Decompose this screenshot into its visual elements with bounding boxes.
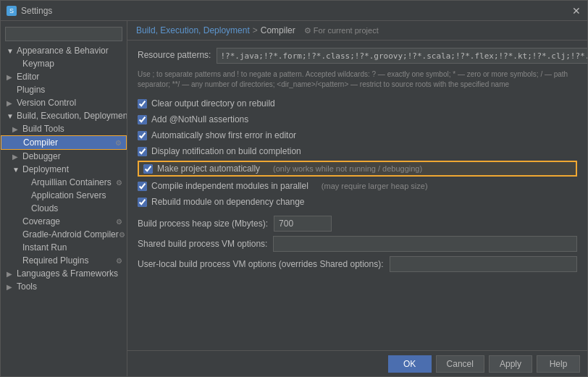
user-local-vm-label: User-local build process VM options (ove… — [138, 259, 384, 269]
sidebar-item-appearance-behavior[interactable]: ▼ Appearance & Behavior — [1, 44, 127, 57]
arrow-icon: ▶ — [7, 99, 17, 107]
checkbox-compile-independent: Compile independent modules in parallel … — [138, 179, 577, 192]
arrow-icon: ▶ — [7, 270, 17, 278]
checkbox-rebuild-module: Rebuild module on dependency change — [138, 195, 577, 208]
checkbox-auto-show-input[interactable] — [138, 131, 147, 140]
spacer — [12, 231, 22, 239]
main-panel: Build, Execution, Deployment > Compiler … — [127, 21, 587, 376]
gear-icon[interactable]: ⚙ — [114, 177, 124, 187]
gear-icon[interactable]: ⚙ — [113, 137, 123, 148]
resource-patterns-label: Resource patterns: — [138, 48, 211, 60]
sidebar-item-label: Editor — [17, 72, 39, 82]
sidebar-item-label: Appearance & Behavior — [17, 46, 109, 56]
close-button[interactable]: ✕ — [571, 6, 581, 16]
spacer — [21, 205, 31, 213]
sidebar-item-label: Arquillian Containers — [31, 177, 112, 187]
checkbox-display-notif-label[interactable]: Display notification on build completion — [151, 146, 301, 156]
compile-independent-note: (may require larger heap size) — [322, 182, 428, 190]
cancel-button[interactable]: Cancel — [436, 355, 484, 373]
build-heap-row: Build process heap size (Mbytes): — [138, 216, 577, 232]
user-local-vm-input[interactable] — [390, 256, 578, 272]
sidebar-item-app-servers[interactable]: Application Servers — [1, 189, 127, 202]
checkbox-add-notnull-input[interactable] — [138, 115, 147, 124]
resource-patterns-field[interactable]: !?*.java;!?*.form;!?*.class;!?*.groovy;!… — [217, 48, 587, 64]
spacer — [12, 244, 22, 252]
spacer — [12, 60, 22, 68]
apply-button[interactable]: Apply — [489, 355, 532, 373]
gear-icon[interactable]: ⚙ — [114, 255, 124, 266]
breadcrumb-part1[interactable]: Build, Execution, Deployment — [136, 25, 250, 35]
checkbox-rebuild-module-input[interactable] — [138, 198, 147, 207]
arrow-icon: ▶ — [7, 73, 17, 81]
checkbox-display-notif-input[interactable] — [138, 147, 147, 156]
sidebar-item-editor[interactable]: ▶ Editor — [1, 70, 127, 83]
settings-icon: S — [7, 6, 17, 16]
sidebar-item-label: Deployment — [22, 164, 69, 174]
sidebar-item-deployment[interactable]: ▼ Deployment — [1, 163, 127, 176]
ok-button[interactable]: OK — [388, 355, 432, 373]
arrow-icon: ▼ — [12, 166, 22, 174]
checkbox-compile-independent-label[interactable]: Compile independent modules in parallel — [151, 181, 308, 191]
sidebar-item-gradle-android[interactable]: Gradle-Android Compiler ⚙ — [1, 228, 127, 241]
checkbox-clear-output-label[interactable]: Clear output directory on rebuild — [151, 98, 275, 109]
checkbox-compile-independent-input[interactable] — [138, 182, 147, 191]
gear-icon[interactable]: ⚙ — [114, 216, 124, 226]
sidebar-item-required-plugins[interactable]: Required Plugins ⚙ — [1, 254, 127, 267]
checkbox-clear-output: Clear output directory on rebuild — [138, 97, 577, 110]
sidebar-item-label: Build, Execution, Deployment — [17, 111, 127, 121]
sidebar-item-tools[interactable]: ▶ Tools — [1, 280, 127, 293]
checkbox-clear-output-input[interactable] — [138, 99, 147, 109]
checkbox-make-project-label[interactable]: Make project automatically — [157, 164, 260, 174]
settings-window: S Settings ✕ ▼ Appearance & Behavior Key… — [0, 0, 588, 377]
checkbox-display-notification: Display notification on build completion — [138, 145, 577, 158]
sidebar-item-label: Keymap — [22, 59, 54, 69]
sidebar-item-debugger[interactable]: ▶ Debugger — [1, 150, 127, 163]
build-heap-input[interactable] — [274, 216, 332, 232]
sidebar-item-arquillian[interactable]: Arquillian Containers ⚙ — [1, 176, 127, 189]
arrow-icon: ▼ — [7, 47, 17, 55]
checkbox-auto-show-label[interactable]: Automatically show first error in editor — [151, 130, 296, 140]
spacer — [7, 86, 17, 94]
help-button[interactable]: Help — [537, 355, 580, 373]
options-section: Clear output directory on rebuild Add @N… — [138, 97, 577, 208]
sidebar-item-clouds[interactable]: Clouds — [1, 202, 127, 215]
search-input[interactable] — [5, 27, 122, 41]
arrow-icon: ▶ — [12, 153, 22, 161]
sidebar-item-version-control[interactable]: ▶ Version Control — [1, 96, 127, 109]
shared-vm-input[interactable] — [273, 236, 577, 252]
search-box — [1, 24, 127, 44]
user-local-vm-row: User-local build process VM options (ove… — [138, 256, 577, 272]
spacer — [21, 192, 31, 200]
sidebar-item-label: Build Tools — [22, 124, 64, 134]
checkbox-rebuild-module-label[interactable]: Rebuild module on dependency change — [151, 197, 305, 207]
sidebar-item-label: Clouds — [31, 203, 58, 213]
main-content: ▼ Appearance & Behavior Keymap ▶ Editor … — [1, 21, 587, 376]
sidebar-item-label: Debugger — [22, 151, 61, 161]
checkbox-make-project-input[interactable] — [143, 164, 153, 174]
sidebar-item-label: Languages & Frameworks — [17, 268, 118, 279]
breadcrumb-part3: Compiler — [261, 25, 295, 35]
sidebar-item-coverage[interactable]: Coverage ⚙ — [1, 215, 127, 228]
spacer — [21, 179, 31, 187]
bottom-bar: OK Cancel Apply Help — [127, 350, 587, 376]
sidebar-item-languages-frameworks[interactable]: ▶ Languages & Frameworks — [1, 267, 127, 280]
resource-patterns-value: !?*.java;!?*.form;!?*.class;!?*.groovy;!… — [220, 51, 587, 61]
sidebar-item-build-tools[interactable]: ▶ Build Tools — [1, 122, 127, 135]
title-bar-left: S Settings — [7, 6, 52, 16]
sidebar-item-instant-run[interactable]: Instant Run — [1, 241, 127, 254]
build-heap-label: Build process heap size (Mbytes): — [138, 219, 268, 229]
sidebar-item-label: Plugins — [17, 85, 45, 95]
sidebar-item-label: Instant Run — [22, 242, 67, 253]
checkbox-make-project: Make project automatically (only works w… — [138, 161, 577, 177]
arrow-icon: ▼ — [7, 112, 17, 120]
sidebar-item-keymap[interactable]: Keymap — [1, 57, 127, 70]
sidebar-item-plugins[interactable]: Plugins — [1, 83, 127, 96]
window-title: Settings — [21, 6, 52, 16]
sidebar-item-label: Version Control — [17, 98, 76, 108]
help-text: Use ; to separate patterns and ! to nega… — [138, 69, 577, 90]
sidebar-item-compiler[interactable]: Compiler ⚙ — [1, 135, 127, 150]
checkbox-add-notnull-label[interactable]: Add @NotNull assertions — [151, 114, 248, 124]
arrow-icon: ▶ — [12, 125, 22, 133]
gear-icon[interactable]: ⚙ — [119, 229, 125, 240]
sidebar-item-build-execution-deployment[interactable]: ▼ Build, Execution, Deployment — [1, 109, 127, 122]
